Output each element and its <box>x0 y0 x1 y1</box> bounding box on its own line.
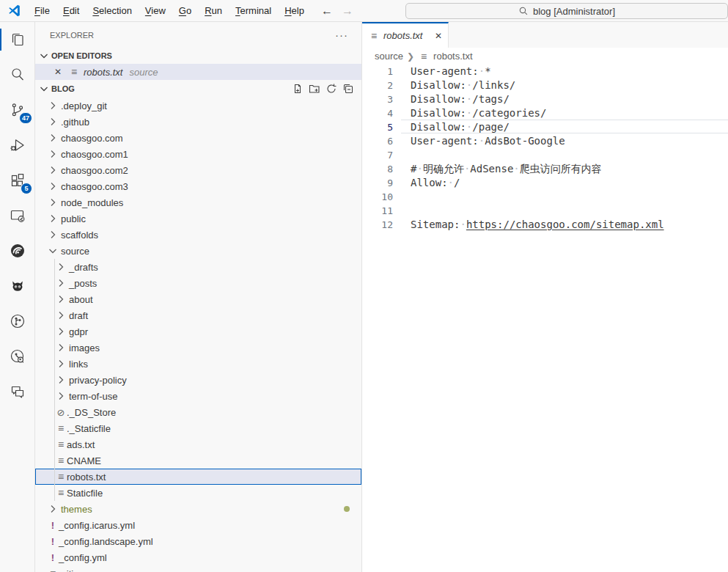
run-and-debug-icon <box>9 136 26 154</box>
tree-item-privacy-policy[interactable]: privacy-policy <box>35 372 361 388</box>
activity-comments[interactable] <box>0 374 34 409</box>
indent-guide <box>54 291 55 307</box>
code-line-9[interactable]: 9Allow:·/ <box>362 176 728 190</box>
tree-item-node-modules[interactable]: node_modules <box>35 194 361 210</box>
tree-item--gitignore[interactable]: ≡.gitignore <box>35 565 361 572</box>
tree-item-chaosgoo-com[interactable]: chaosgoo.com <box>35 130 361 146</box>
activity-extensions[interactable]: 5 <box>0 163 34 198</box>
tree-item-images[interactable]: images <box>35 340 361 356</box>
activity-run-debug[interactable] <box>0 128 34 163</box>
indent-guide <box>54 452 55 469</box>
tree-item-ads-txt[interactable]: ≡ads.txt <box>35 436 361 452</box>
activity-search[interactable] <box>0 57 34 92</box>
indent-guide <box>54 404 55 420</box>
chevron-right-icon <box>55 326 67 337</box>
command-center-search[interactable]: blog [Administrator] <box>405 3 728 19</box>
code-line-3[interactable]: 3Disallow:·/tags/ <box>362 92 728 106</box>
line-number: 12 <box>362 218 393 232</box>
breadcrumb-source[interactable]: source <box>375 51 403 62</box>
menu-item-file[interactable]: File <box>28 3 56 18</box>
new-file-icon[interactable] <box>292 83 304 95</box>
indent-guide <box>54 259 55 275</box>
tree-item-source[interactable]: source <box>35 243 361 259</box>
back-arrow-icon[interactable]: ← <box>321 4 333 18</box>
breadcrumb-file[interactable]: robots.txt <box>433 51 472 62</box>
forward-arrow-icon[interactable]: → <box>342 4 353 18</box>
indent-guide <box>54 388 55 404</box>
code-line-10[interactable]: 10 <box>362 190 728 204</box>
more-actions-icon[interactable]: ··· <box>335 29 348 41</box>
code-line-2[interactable]: 2Disallow:·/links/ <box>362 78 728 92</box>
line-number: 8 <box>362 162 393 176</box>
activity-git-graph[interactable] <box>0 304 34 339</box>
open-editor-detail: source <box>129 67 158 78</box>
tree-item--github[interactable]: .github <box>35 114 361 130</box>
tree-item-themes[interactable]: themes <box>35 501 361 517</box>
code-line-12[interactable]: 12Sitemap:·https://chaosgoo.com/sitemap.… <box>362 218 728 232</box>
tree-item-about[interactable]: about <box>35 291 361 307</box>
activity-source-control[interactable]: 47 <box>0 92 34 128</box>
menu-item-selection[interactable]: Selection <box>86 3 138 18</box>
code-lines: 1User-agent:·*2Disallow:·/links/3Disallo… <box>362 65 728 232</box>
activity-esp-idf[interactable] <box>0 233 34 268</box>
code-line-6[interactable]: 6User-agent:·AdsBot-Google <box>362 134 728 148</box>
tree-item-cname[interactable]: ≡CNAME <box>35 452 361 469</box>
tree-item-chaosgoo-com2[interactable]: chaosgoo.com2 <box>35 162 361 178</box>
activity-git-file-history[interactable] <box>0 339 34 374</box>
code-line-7[interactable]: 7 <box>362 148 728 162</box>
tree-item-chaosgoo-com1[interactable]: chaosgoo.com1 <box>35 146 361 162</box>
tree-item-chaosgoo-com3[interactable]: chaosgoo.com3 <box>35 178 361 194</box>
menu-item-terminal[interactable]: Terminal <box>229 3 278 18</box>
tab-robots-txt[interactable]: ≡ robots.txt ✕ <box>362 22 449 48</box>
esp-idf-icon <box>9 242 26 260</box>
menu-item-view[interactable]: View <box>139 3 172 18</box>
tree-item-public[interactable]: public <box>35 210 361 227</box>
tree-item-links[interactable]: links <box>35 356 361 372</box>
refresh-icon[interactable] <box>326 83 337 95</box>
activity-remote-explorer[interactable] <box>0 198 34 233</box>
tree-item-robots-txt[interactable]: ≡robots.txt <box>35 469 361 485</box>
open-editors-header[interactable]: OPEN EDITORS <box>35 48 361 64</box>
tree-item-term-of-use[interactable]: term-of-use <box>35 388 361 404</box>
menu-item-help[interactable]: Help <box>278 3 311 18</box>
editor-area: ≡ robots.txt ✕ source ❯ ≡ robots.txt 1Us… <box>362 22 728 572</box>
chevron-right-icon <box>55 261 67 273</box>
search-icon <box>9 66 26 84</box>
tree-item--posts[interactable]: _posts <box>35 275 361 291</box>
code-line-11[interactable]: 11 <box>362 204 728 218</box>
code-line-4[interactable]: 4Disallow:·/categories/ <box>362 106 728 120</box>
activity-ai-assistant[interactable] <box>0 268 34 304</box>
tree-item-scaffolds[interactable]: scaffolds <box>35 227 361 243</box>
chevron-right-icon <box>47 180 59 192</box>
code-line-5[interactable]: 5Disallow:·/page/ <box>362 120 728 134</box>
file-icon: ≡ <box>55 423 67 433</box>
menu-item-go[interactable]: Go <box>172 3 198 18</box>
chevron-right-icon <box>47 197 59 208</box>
workspace-header-blog[interactable]: BLOG <box>35 80 361 98</box>
close-icon[interactable]: ✕ <box>435 31 442 41</box>
new-folder-icon[interactable] <box>309 83 320 95</box>
tree-item--config-landscape-yml[interactable]: !_config.landscape.yml <box>35 533 361 549</box>
code-line-8[interactable]: 8#·明确允许·AdSense·爬虫访问所有内容 <box>362 162 728 176</box>
tree-item--config-yml[interactable]: !_config.yml <box>35 549 361 565</box>
open-editor-robots-txt[interactable]: ✕ ≡ robots.txt source <box>35 64 361 80</box>
tree-item-gdpr[interactable]: gdpr <box>35 323 361 340</box>
tree-item-staticfile[interactable]: ≡Staticfile <box>35 485 361 501</box>
file-icon: ≡ <box>55 472 67 482</box>
tree-item-draft[interactable]: draft <box>35 307 361 323</box>
code-editor[interactable]: 1User-agent:·*2Disallow:·/links/3Disallo… <box>362 65 728 572</box>
tree-item--config-icarus-yml[interactable]: !_config.icarus.yml <box>35 517 361 533</box>
tree-item--staticfile[interactable]: ≡._Staticfile <box>35 420 361 436</box>
code-line-1[interactable]: 1User-agent:·* <box>362 65 728 78</box>
activity-explorer[interactable] <box>0 22 34 57</box>
detected-link[interactable]: https://chaosgoo.com/sitemap.xml <box>466 219 664 230</box>
tree-item--deploy-git[interactable]: .deploy_git <box>35 98 361 114</box>
line-number: 4 <box>362 106 393 120</box>
close-icon[interactable]: ✕ <box>54 67 65 77</box>
collapse-all-icon[interactable] <box>342 83 354 95</box>
menu-item-run[interactable]: Run <box>198 3 229 18</box>
menu-item-edit[interactable]: Edit <box>56 3 86 18</box>
chevron-right-icon <box>55 293 67 305</box>
tree-item--drafts[interactable]: _drafts <box>35 259 361 275</box>
tree-item--ds-store[interactable]: ⊘._DS_Store <box>35 404 361 420</box>
